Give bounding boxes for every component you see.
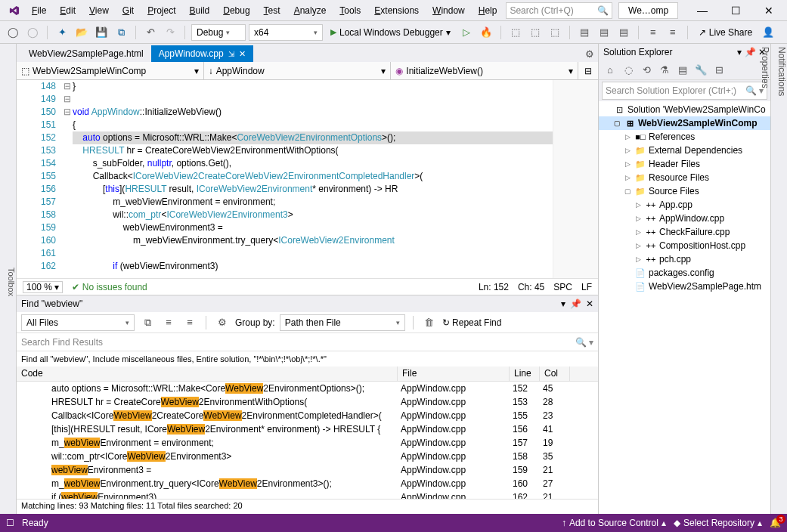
tool1-button[interactable]: ▤ (576, 24, 593, 41)
indent-right-button[interactable]: ≡ (665, 24, 681, 41)
back-button[interactable]: ◯ (5, 24, 21, 41)
nav-scope-combo[interactable]: ↓AppWindow▾ (204, 62, 392, 79)
sx-pin-button[interactable]: 📌 (745, 47, 756, 57)
issues-status[interactable]: ✔ No issues found (72, 282, 147, 292)
repeat-find-button[interactable]: ↻ Repeat Find (442, 317, 502, 328)
tree-node[interactable]: ▷📁Resource Files (599, 171, 770, 184)
dock-button[interactable]: ▾ (561, 298, 565, 309)
toolbox-tab[interactable]: Toolbox (0, 44, 17, 514)
find-results-search[interactable]: Search Find Results🔍 ▾ (17, 333, 598, 351)
zoom-combo[interactable]: 100 % ▾ (23, 281, 63, 293)
forward-button[interactable]: ◯ (24, 24, 41, 41)
nav-class-combo[interactable]: ⬚WebView2SampleWinComp▾ (17, 62, 204, 79)
menu-debug[interactable]: Debug (217, 2, 256, 19)
live-share-button[interactable]: ↗ Live Share (694, 24, 757, 41)
pin-button[interactable]: 📌 (570, 298, 581, 309)
clear-button[interactable]: 🗑 (421, 314, 438, 331)
feedback-button[interactable]: 👤 (760, 24, 776, 41)
find-result-row[interactable]: webViewEnvironment3 =AppWindow.cpp15921 (17, 463, 598, 477)
menu-window[interactable]: Window (426, 2, 471, 19)
tree-node[interactable]: ▷++pch.cpp (599, 252, 770, 266)
notifications-tab[interactable]: Notifications (776, 47, 787, 514)
sx-showall-button[interactable]: ▤ (674, 62, 691, 79)
nav-member-combo[interactable]: ◉InitializeWebView()▾ (391, 62, 578, 79)
undo-button[interactable]: ↶ (142, 24, 159, 41)
quick-search[interactable]: Search (Ctrl+Q)🔍 (506, 2, 612, 19)
find-result-row[interactable]: auto options = Microsoft::WRL::Make<Core… (17, 382, 598, 395)
hot-reload-button[interactable]: 🔥 (478, 24, 494, 41)
code-editor[interactable]: 1481491501511521531541551561571581591601… (17, 80, 598, 278)
save-button[interactable]: 💾 (93, 24, 110, 41)
menu-git[interactable]: Git (116, 2, 140, 19)
new-item-button[interactable]: ✦ (54, 24, 70, 41)
doc-tab[interactable]: WebView2SamplePage.html (21, 45, 151, 62)
menu-tools[interactable]: Tools (333, 2, 367, 19)
sx-search[interactable]: Search Solution Explorer (Ctrl+;)🔍 ▾ (602, 82, 767, 100)
collapse-button[interactable]: ≡ (181, 314, 198, 331)
tree-node[interactable]: ▷■□References (599, 130, 770, 144)
platform-combo[interactable]: x64▾ (249, 24, 323, 41)
tool3-button[interactable]: ▤ (615, 24, 632, 41)
tool2-button[interactable]: ▤ (596, 24, 612, 41)
close-find-button[interactable]: ✕ (586, 298, 593, 309)
tree-node[interactable]: 📄packages.config (599, 266, 770, 280)
find-result-row[interactable]: Callback<ICoreWebView2CreateCoreWebView2… (17, 409, 598, 422)
tree-node[interactable]: ▷📁Header Files (599, 157, 770, 171)
redo-button[interactable]: ↷ (162, 24, 178, 41)
tab-options-button[interactable]: ⚙ (581, 45, 598, 62)
menu-view[interactable]: View (83, 2, 115, 19)
sx-sync-button[interactable]: ⟲ (638, 62, 655, 79)
save-all-button[interactable]: ⧉ (113, 24, 129, 41)
menu-test[interactable]: Test (258, 2, 287, 19)
close-button[interactable]: ✕ (754, 2, 784, 19)
expand-button[interactable]: ≡ (160, 314, 177, 331)
find-result-row[interactable]: if (webViewEnvironment3)AppWindow.cpp162… (17, 490, 598, 499)
sx-filter-button[interactable]: ⚗ (656, 62, 673, 79)
find-result-row[interactable]: [this](HRESULT result, ICoreWebView2Envi… (17, 422, 598, 436)
repo-button[interactable]: ◆ Select Repository ▴ (674, 518, 762, 528)
tree-node[interactable]: ▷++CheckFailure.cpp (599, 225, 770, 239)
sx-tree[interactable]: ⊡Solution 'WebView2SampleWinCo▢⊞WebView2… (599, 101, 770, 514)
find-result-row[interactable]: m_webViewEnvironment.try_query<ICoreWebV… (17, 477, 598, 490)
indent-left-button[interactable]: ≡ (645, 24, 662, 41)
menu-help[interactable]: Help (473, 2, 503, 19)
tree-node[interactable]: ▢⊞WebView2SampleWinComp (599, 116, 770, 130)
step-out-button[interactable]: ⬚ (547, 24, 563, 41)
sx-dock-button[interactable]: ▾ (737, 47, 742, 57)
properties-tab[interactable]: Properties (760, 47, 770, 514)
minimize-button[interactable]: — (687, 2, 717, 19)
maximize-button[interactable]: ☐ (720, 2, 751, 19)
tree-node[interactable]: ⊡Solution 'WebView2SampleWinCo (599, 103, 770, 116)
find-result-row[interactable]: m_webViewEnvironment = environment;AppWi… (17, 436, 598, 450)
menu-file[interactable]: File (26, 2, 52, 19)
find-result-row[interactable]: HRESULT hr = CreateCoreWebView2Environme… (17, 395, 598, 409)
menu-extensions[interactable]: Extensions (368, 2, 425, 19)
sx-props-button[interactable]: 🔧 (692, 62, 709, 79)
tree-node[interactable]: ▢📁Source Files (599, 184, 770, 198)
copy-results-button[interactable]: ⧉ (139, 314, 156, 331)
sx-home-button[interactable]: ⌂ (602, 62, 618, 79)
tree-node[interactable]: ▷++AppWindow.cpp (599, 212, 770, 225)
tree-node[interactable]: ▷📁External Dependencies (599, 144, 770, 157)
doc-tab[interactable]: AppWindow.cpp⇲✕ (151, 45, 253, 62)
tree-node[interactable]: 📄WebView2SamplePage.htm (599, 280, 770, 293)
filter-button[interactable]: ⚙ (214, 314, 231, 331)
source-control-button[interactable]: ↑ Add to Source Control ▴ (562, 518, 666, 528)
menu-build[interactable]: Build (184, 2, 216, 19)
sx-back-button[interactable]: ◌ (620, 62, 637, 79)
step-over-button[interactable]: ⬚ (527, 24, 544, 41)
menu-analyze[interactable]: Analyze (288, 2, 333, 19)
start-debug-button[interactable]: ▶Local Windows Debugger▾ (326, 24, 455, 41)
sx-collapse-button[interactable]: ⊟ (711, 62, 727, 79)
minimap[interactable] (553, 80, 598, 278)
start-no-debug-button[interactable]: ▷ (458, 24, 475, 41)
solution-button[interactable]: We…omp (618, 2, 678, 19)
tree-node[interactable]: ▷++CompositionHost.cpp (599, 239, 770, 252)
groupby-combo[interactable]: Path then File▾ (280, 314, 405, 331)
find-result-row[interactable]: wil::com_ptr<ICoreWebView2Environment3>A… (17, 450, 598, 463)
find-scope-combo[interactable]: All Files▾ (21, 314, 135, 331)
notifications-button[interactable]: 🔔3 (770, 518, 781, 528)
split-button[interactable]: ⊟ (578, 62, 598, 79)
tree-node[interactable]: ▷++App.cpp (599, 198, 770, 212)
open-button[interactable]: 📂 (73, 24, 90, 41)
